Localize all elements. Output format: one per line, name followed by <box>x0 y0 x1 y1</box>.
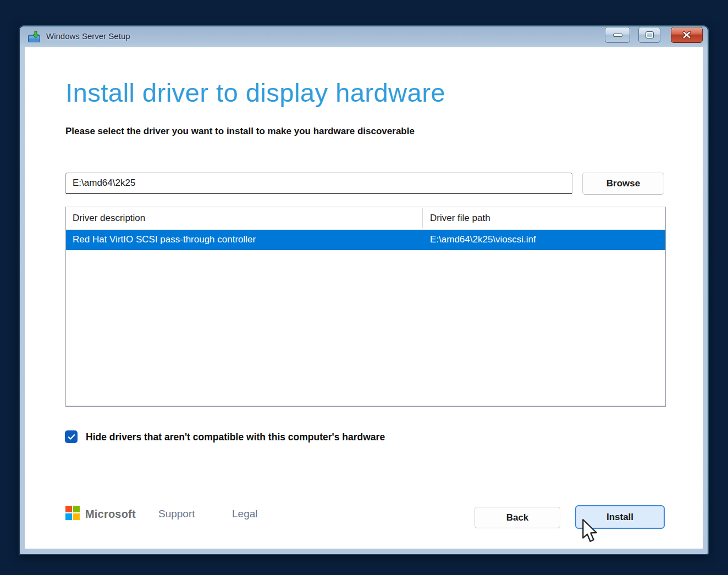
ms-logo-blue-square <box>65 513 72 520</box>
window-title: Windows Server Setup <box>46 31 130 41</box>
ms-logo-red-square <box>65 506 72 512</box>
driver-description-cell: Red Hat VirtIO SCSI pass-through control… <box>73 234 256 245</box>
column-separator[interactable] <box>422 208 423 228</box>
driver-list: Driver description Driver file path Red … <box>65 207 666 407</box>
setup-app-icon <box>27 31 41 43</box>
driver-filepath-cell: E:\amd64\2k25\vioscsi.inf <box>430 234 536 245</box>
microsoft-logo-icon[interactable] <box>65 506 80 521</box>
back-button[interactable]: Back <box>475 507 560 528</box>
support-link[interactable]: Support <box>158 508 195 520</box>
hide-incompatible-label[interactable]: Hide drivers that aren't compatible with… <box>86 432 385 443</box>
ms-logo-green-square <box>73 506 80 512</box>
close-button[interactable] <box>671 27 703 43</box>
minimize-icon <box>613 34 622 37</box>
column-header-description[interactable]: Driver description <box>73 213 145 224</box>
page-subtitle: Please select the driver you want to ins… <box>65 126 415 137</box>
checkmark-icon <box>68 434 75 440</box>
ms-logo-yellow-square <box>73 513 80 520</box>
close-icon <box>682 31 691 38</box>
browse-button[interactable]: Browse <box>582 173 664 195</box>
microsoft-wordmark[interactable]: Microsoft <box>85 508 136 521</box>
driver-list-header: Driver description Driver file path <box>66 207 665 230</box>
minimize-button[interactable] <box>605 27 630 43</box>
titlebar[interactable]: Windows Server Setup <box>20 26 708 47</box>
maximize-button[interactable] <box>638 27 660 43</box>
driver-row-selected[interactable]: Red Hat VirtIO SCSI pass-through control… <box>66 230 665 250</box>
install-button[interactable]: Install <box>575 505 665 529</box>
client-area: Install driver to display hardware Pleas… <box>25 47 703 549</box>
hide-incompatible-checkbox[interactable] <box>65 430 78 443</box>
desktop-background: Windows Server Setup Install driver to d… <box>0 0 728 575</box>
legal-link[interactable]: Legal <box>232 508 258 520</box>
column-header-filepath[interactable]: Driver file path <box>430 213 490 224</box>
setup-window: Windows Server Setup Install driver to d… <box>19 26 708 555</box>
maximize-icon <box>646 32 653 38</box>
driver-path-input[interactable] <box>65 173 572 194</box>
page-title: Install driver to display hardware <box>65 78 445 108</box>
